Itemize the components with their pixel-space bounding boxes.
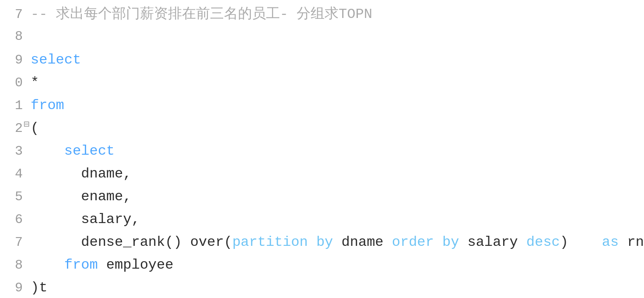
code-line: 7 dense_rank() over(partition by dname o…	[0, 231, 644, 254]
code-content: (	[31, 117, 644, 139]
line-number: 5	[9, 187, 23, 207]
code-content: )t	[31, 277, 644, 298]
code-line: 5 ename,	[0, 186, 644, 209]
code-content: dense_rank() over(partition by dname ord…	[31, 231, 644, 253]
token: by	[442, 234, 459, 250]
line-number: 2	[9, 118, 23, 139]
token: select	[64, 143, 115, 159]
token: as	[602, 234, 619, 250]
line-number: 3	[9, 141, 23, 162]
line-number: 7	[9, 4, 23, 25]
code-line: 9select	[0, 49, 644, 72]
token: dname,	[81, 166, 131, 182]
collapse-icon[interactable]: ⊟	[24, 117, 29, 132]
token: employee	[98, 257, 174, 273]
code-line: 9)t	[0, 277, 644, 298]
token: )	[560, 234, 602, 250]
line-number: 8	[9, 26, 23, 47]
code-editor: 7-- 求出每个部门薪资排在前三名的员工- 分组求TOPN89select0*1…	[0, 0, 644, 298]
code-line: 1from	[0, 95, 644, 117]
token: )t	[31, 280, 47, 296]
token: partition	[232, 234, 308, 250]
token: (	[31, 120, 39, 136]
code-line: 2⊟(	[0, 117, 644, 140]
code-line: 0*	[0, 72, 644, 95]
line-number: 8	[9, 255, 23, 276]
token: salary	[459, 234, 526, 250]
token: -- 求出每个部门薪资排在前三名的员工- 分组求TOPN	[31, 6, 372, 22]
code-content: ename,	[31, 186, 644, 208]
token: from	[31, 97, 64, 114]
token: *	[31, 74, 39, 91]
token: by	[316, 234, 333, 250]
code-content: *	[31, 72, 644, 94]
token: dense_rank() over(	[81, 234, 232, 250]
line-number: 9	[9, 50, 23, 71]
token: order	[392, 234, 434, 250]
token: salary,	[81, 211, 140, 227]
code-content: dname,	[31, 163, 644, 185]
line-number: 4	[9, 164, 23, 184]
code-content: salary,	[31, 209, 644, 231]
token: rn	[619, 234, 644, 250]
token	[434, 234, 442, 250]
code-content: select	[31, 140, 644, 162]
code-content: from employee	[31, 254, 644, 276]
code-line: 6 salary,	[0, 209, 644, 231]
line-number: 7	[9, 232, 23, 253]
line-number: 0	[9, 73, 23, 93]
code-line: 3 select	[0, 140, 644, 163]
token: desc	[526, 234, 560, 250]
code-content: select	[31, 49, 644, 71]
code-line: 7-- 求出每个部门薪资排在前三名的员工- 分组求TOPN	[0, 4, 644, 26]
code-line: 8	[0, 26, 644, 49]
code-content: -- 求出每个部门薪资排在前三名的员工- 分组求TOPN	[31, 4, 644, 25]
token: ename,	[81, 188, 131, 205]
token	[308, 234, 316, 250]
token: select	[31, 52, 81, 68]
line-number: 6	[9, 209, 23, 230]
line-number: 1	[9, 96, 23, 116]
token: dname	[333, 234, 392, 250]
code-content: from	[31, 95, 644, 117]
line-number: 9	[9, 278, 23, 298]
code-line: 8 from employee	[0, 254, 644, 277]
token: from	[64, 257, 98, 273]
code-line: 4 dname,	[0, 163, 644, 186]
